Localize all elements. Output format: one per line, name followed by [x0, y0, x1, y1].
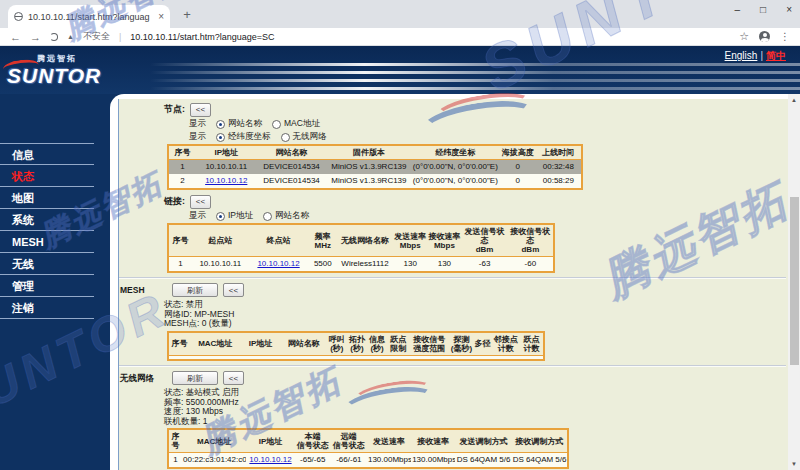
browser-window: 10.10.10.11/start.htm?languag × + – □ × …	[0, 0, 800, 470]
table-row: 210.10.10.12DEVICE014534MiniOS v1.3.9RC1…	[168, 174, 582, 189]
sidebar-item-logout[interactable]: 注销	[0, 297, 94, 319]
sidebar-item-system[interactable]: 系统	[0, 209, 94, 231]
language-english-link[interactable]: English	[725, 50, 758, 61]
radio-label: MAC地址	[284, 118, 320, 130]
mesh-refresh-button[interactable]: 刷新	[172, 283, 218, 297]
radio-option[interactable]: 经纬度坐标	[216, 131, 271, 143]
wireless-section: 无线网络 刷新 << 状态: 基站模式 启用频率: 5500.000MHz速度:…	[164, 369, 788, 469]
radio-option[interactable]: 网站名称	[263, 210, 309, 222]
scrollbar[interactable]: ▲ ▼	[788, 94, 800, 470]
status-line: 速度: 130 Mbps	[164, 407, 788, 417]
cell: MiniOS v1.3.9RC139	[327, 160, 411, 175]
cell: 0	[500, 160, 536, 175]
radio-option[interactable]: 网站名称	[216, 118, 262, 130]
status-line: 状态: 禁用	[164, 300, 788, 310]
forward-icon[interactable]: →	[30, 29, 41, 45]
cell: 00:58:29	[536, 174, 582, 189]
header-stripe	[150, 71, 800, 74]
radio-label: IP地址	[228, 210, 253, 222]
links-collapse-button[interactable]: <<	[190, 195, 211, 209]
radio-option[interactable]: 无线网络	[281, 131, 327, 143]
cell: 10.10.10.11	[192, 257, 248, 273]
window-minimize-button[interactable]: –	[735, 3, 741, 17]
sidebar-item-wireless[interactable]: 无线	[0, 253, 94, 275]
radio-icon[interactable]	[216, 133, 225, 142]
column-header: 上线时间	[536, 145, 582, 160]
reload-icon[interactable]	[50, 33, 58, 41]
suntor-logo: 腾远智拓 SUNTOR	[7, 53, 125, 93]
nodes-section-header: 节点: <<	[164, 102, 788, 117]
wireless-buttons: 刷新 <<	[172, 371, 788, 386]
address-bar: ← → ▲ 不安全 | 10.10.10.11/start.htm?langua…	[0, 28, 800, 46]
wireless-collapse-button[interactable]: <<	[223, 371, 244, 385]
window-maximize-button[interactable]: □	[760, 3, 766, 17]
globe-icon	[14, 12, 23, 21]
address-actions: ☆ ⋮	[739, 30, 790, 43]
scrollbar-up-arrow[interactable]: ▲	[788, 94, 800, 106]
status-line: 状态: 基站模式 启用	[164, 388, 788, 398]
display-label: 显示	[189, 210, 206, 222]
cell: -66/-61	[331, 453, 367, 469]
radio-icon[interactable]	[263, 212, 272, 221]
ip-link[interactable]: 10.10.10.12	[257, 259, 299, 268]
window-close-button[interactable]: ×	[786, 3, 792, 17]
column-header: 发送速率	[367, 429, 411, 453]
scrollbar-down-arrow[interactable]: ▼	[788, 458, 800, 470]
column-header: 发送调制方式	[455, 429, 511, 453]
data-table: 序 号MAC地址IP地址本端 信号状态远端 信号状态发送速率接收速率发送调制方式…	[167, 428, 569, 469]
language-chinese-link[interactable]: 简中	[766, 50, 786, 61]
column-header: 经纬度坐标	[411, 145, 499, 160]
radio-label: 无线网络	[293, 131, 327, 143]
new-tab-button[interactable]: +	[178, 6, 196, 24]
nodes-display-radio-1: 显示网站名称MAC地址	[189, 118, 788, 130]
browser-menu-icon[interactable]: ⋮	[780, 31, 790, 42]
header-stripe	[150, 79, 800, 82]
mesh-collapse-button[interactable]: <<	[223, 283, 244, 297]
column-header: 发送信号状态 dBm	[461, 224, 507, 257]
scrollbar-thumb[interactable]	[790, 197, 799, 365]
wireless-section-label: 无线网络	[120, 373, 162, 385]
sidebar-item-admin[interactable]: 管理	[0, 275, 94, 297]
browser-tab[interactable]: 10.10.10.11/start.htm?languag ×	[8, 5, 170, 28]
radio-option[interactable]: IP地址	[216, 210, 253, 222]
mesh-section-label: MESH	[120, 285, 162, 295]
sidebar-item-map[interactable]: 地图	[0, 187, 94, 209]
cell: -63	[461, 257, 507, 273]
wireless-status-lines: 状态: 基站模式 启用频率: 5500.000MHz速度: 130 Mbps联机…	[164, 388, 788, 426]
profile-avatar-icon[interactable]	[759, 31, 770, 42]
cell: 00:32:48	[536, 160, 582, 175]
column-header: 跃点 限制	[387, 332, 409, 356]
ip-link[interactable]: 10.10.10.12	[249, 455, 291, 464]
tab-close-icon[interactable]: ×	[158, 11, 164, 22]
cell: DEVICE014534	[256, 174, 326, 189]
back-icon[interactable]: ←	[10, 29, 21, 45]
radio-icon[interactable]	[216, 212, 225, 221]
nodes-collapse-button[interactable]: <<	[190, 103, 211, 117]
column-header: 频率 MHz	[309, 224, 337, 257]
web-page: English|简中 腾远智拓 SUNTOR 信息状态地图系统MESH无线管理注…	[0, 46, 800, 470]
cell: Wireless1112	[337, 257, 393, 273]
radio-icon[interactable]	[216, 120, 225, 129]
sidebar-item-mesh[interactable]: MESH	[0, 231, 94, 253]
radio-icon[interactable]	[281, 133, 290, 142]
column-header: 探测 (毫秒)	[449, 332, 473, 356]
ip-link[interactable]: 10.10.10.12	[205, 176, 247, 185]
security-label[interactable]: 不安全	[83, 30, 110, 43]
status-line: MESH点: 0 (数量)	[164, 319, 788, 329]
wireless-refresh-button[interactable]: 刷新	[172, 371, 218, 385]
bookmark-star-icon[interactable]: ☆	[739, 30, 749, 43]
radio-option[interactable]: MAC地址	[272, 118, 320, 130]
sidebar-item-info[interactable]: 信息	[0, 143, 94, 165]
cell: DS 64QAM 5/6	[512, 453, 568, 469]
radio-icon[interactable]	[272, 120, 281, 129]
header-stripe	[150, 63, 800, 66]
cell: 130.00Mbps	[367, 453, 411, 469]
sidebar-item-status[interactable]: 状态	[0, 165, 94, 187]
url-field[interactable]: 10.10.10.11/start.htm?language=SC	[130, 32, 274, 42]
language-switch: English|简中	[725, 49, 786, 63]
links-section-header: 链接: <<	[164, 194, 788, 209]
radio-label: 经纬度坐标	[228, 131, 271, 143]
cell: DS 64QAM 5/6	[455, 453, 511, 469]
column-header: 起点站	[192, 224, 248, 257]
cell: (0°0'0.00"N, 0°0'0.00"E)	[411, 160, 499, 175]
